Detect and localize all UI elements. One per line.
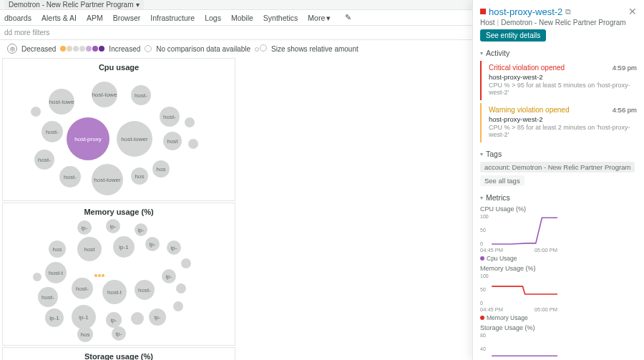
legend-increased: Increased xyxy=(109,45,140,53)
bubble-item[interactable] xyxy=(185,117,195,127)
nav-dashboards[interactable]: dboards xyxy=(4,14,31,22)
bubble-item[interactable]: hos xyxy=(131,167,148,185)
bubble-item[interactable]: host- xyxy=(42,121,63,142)
bubble-item[interactable]: ip- xyxy=(112,326,126,341)
metric-title: Storage Usage (%) xyxy=(480,324,557,331)
activity-section: ▾Activity Critical violation opened4:59 … xyxy=(480,49,637,142)
nav-mobile[interactable]: Mobile xyxy=(231,14,253,22)
edit-icon[interactable]: ✎ xyxy=(345,13,351,22)
section-header[interactable]: ▾Tags xyxy=(480,150,637,158)
tags-section: ▾Tags account: Demotron - New Relic Part… xyxy=(480,150,637,186)
activity-time: 4:59 pm xyxy=(613,64,637,72)
bubble-item-highlight[interactable]: host-proxy xyxy=(67,117,109,160)
bubble-item[interactable]: hos xyxy=(49,240,66,258)
nav-synthetics[interactable]: Synthetics xyxy=(263,14,298,22)
nav-apm[interactable]: APM xyxy=(87,14,103,22)
breadcrumb[interactable]: Demotron - New Relic Partner Program ▾ xyxy=(4,0,144,9)
bubble-item[interactable]: ip- xyxy=(149,308,166,326)
bubble-item[interactable]: host xyxy=(77,237,102,261)
memory-usage-panel[interactable]: Memory usage (%) ip- ip- ip- hos host ip… xyxy=(2,203,235,346)
sparkline-chart: 80400 xyxy=(480,333,557,360)
tag-chip[interactable]: account: Demotron - New Relic Partner Pr… xyxy=(480,162,635,172)
bubble-item[interactable]: host- xyxy=(34,150,54,170)
copy-icon[interactable]: ⧉ xyxy=(565,7,571,16)
bubble-item[interactable]: host-towe xyxy=(49,89,74,115)
bubble-item[interactable]: ip- xyxy=(135,223,147,236)
metric-memory[interactable]: Memory Usage (%) 100500 04:45 PM05:00 PM… xyxy=(480,265,557,321)
metric-storage[interactable]: Storage Usage (%) 80400 04:45 PM05:00 PM xyxy=(480,324,557,360)
bubble-item[interactable]: ip-1 xyxy=(45,308,64,327)
nav-alerts-ai[interactable]: Alerts & AI xyxy=(42,14,77,22)
storage-usage-panel[interactable]: Storage usage (%) hos hos hos ip-1 ip- i… xyxy=(2,347,235,360)
bubble-item[interactable]: ip- xyxy=(162,269,176,283)
activity-entity: host-proxy-west-2 xyxy=(489,73,637,81)
legend-decreased: Decreased xyxy=(21,45,56,53)
bubble-item[interactable]: host- xyxy=(160,107,180,127)
bubble-item[interactable]: ip-1 xyxy=(113,236,135,258)
metric-legend: Memory Usage xyxy=(480,314,557,321)
size-icon xyxy=(255,44,267,53)
side-header: host-proxy-west-2 ⧉ ✕ xyxy=(480,6,637,17)
bubble-item[interactable]: hos xyxy=(77,326,93,342)
bubble-item[interactable]: ip- xyxy=(145,237,160,251)
chevron-down-icon: ▾ xyxy=(480,50,483,57)
bubble-item[interactable]: ip- xyxy=(77,220,92,235)
entity-title[interactable]: host-proxy-west-2 xyxy=(489,6,562,17)
bubble-item[interactable]: ip- xyxy=(167,240,181,255)
close-icon[interactable]: ✕ xyxy=(628,6,637,17)
bubble-plot: ip- ip- ip- hos host ip-1 ip- ip- host-t… xyxy=(6,219,232,341)
bubble-item[interactable]: host xyxy=(163,132,182,150)
bubble-item[interactable]: host- xyxy=(59,166,81,188)
entity-side-panel: host-proxy-west-2 ⧉ ✕ Host|Demotron - Ne… xyxy=(472,0,644,360)
section-header[interactable]: ▾Activity xyxy=(480,49,637,57)
activity-item[interactable]: Warning violation opened4:56 pm host-pro… xyxy=(480,103,637,142)
nav-logs[interactable]: Logs xyxy=(205,14,221,22)
see-all-tags-button[interactable]: See all tags xyxy=(480,175,525,186)
metric-legend: Cpu Usage xyxy=(480,255,557,262)
chevron-down-icon: ▾ xyxy=(480,195,483,201)
bubble-item[interactable] xyxy=(131,312,144,325)
sparkline-chart: 100500 xyxy=(480,273,557,306)
bubble-item[interactable]: ip- xyxy=(106,219,120,233)
status-critical-icon xyxy=(480,9,486,14)
bubble-item[interactable]: host-tower xyxy=(117,121,152,157)
nav-more[interactable]: More ▾ xyxy=(308,14,331,22)
nav-infrastructure[interactable]: Infrastructure xyxy=(150,14,195,22)
bubble-item[interactable] xyxy=(31,107,41,117)
bubble-item[interactable] xyxy=(188,139,198,149)
filter-prompt: dd more filters xyxy=(4,29,49,37)
activity-entity: host-proxy-west-2 xyxy=(489,115,637,123)
bubble-item[interactable]: host- xyxy=(72,278,93,299)
bubble-item[interactable]: host- xyxy=(135,280,155,300)
bubble-item[interactable]: host-t xyxy=(102,280,127,304)
bubble-item[interactable] xyxy=(176,283,186,293)
panel-title: Cpu usage xyxy=(6,63,232,72)
activity-title: Warning violation opened xyxy=(489,106,569,114)
activity-title: Critical violation opened xyxy=(489,64,565,72)
bubble-item[interactable] xyxy=(173,301,183,311)
bubble-item[interactable]: hos xyxy=(152,160,170,177)
cpu-usage-panel[interactable]: Cpu usage host-towe host-towe host- host… xyxy=(2,58,235,201)
activity-time: 4:56 pm xyxy=(613,106,637,114)
bubble-plot: host-towe host-towe host- host- host- ho… xyxy=(6,74,232,196)
see-entity-details-button[interactable]: See entity details xyxy=(480,29,546,42)
nav-browser[interactable]: Browser xyxy=(113,14,141,22)
metrics-section: ▾Metrics CPU Usage (%) 100500 04:45 PM05… xyxy=(480,193,637,360)
bubble-item[interactable]: ip-1 xyxy=(72,305,96,329)
legend-gradient xyxy=(60,46,104,52)
bubble-item[interactable]: host- xyxy=(38,287,58,307)
bubble-item[interactable]: host- xyxy=(131,85,151,105)
bubble-item[interactable]: host-towe xyxy=(92,82,117,107)
bubble-item[interactable] xyxy=(181,258,191,268)
metric-cpu[interactable]: CPU Usage (%) 100500 04:45 PM05:00 PM Cp… xyxy=(480,205,557,262)
bubble-item[interactable]: ip- xyxy=(106,312,122,328)
bubble-item[interactable]: host-tower xyxy=(92,164,123,195)
bubble-item[interactable]: host-t xyxy=(45,262,67,283)
chevron-down-icon: ▾ xyxy=(326,14,331,22)
legend-relative: Size shows relative amount xyxy=(271,45,358,53)
decrease-icon: ◎ xyxy=(7,44,17,54)
section-header[interactable]: ▾Metrics xyxy=(480,193,637,202)
metric-title: Memory Usage (%) xyxy=(480,265,557,272)
bubble-item[interactable] xyxy=(33,273,42,281)
activity-item[interactable]: Critical violation opened4:59 pm host-pr… xyxy=(480,61,637,100)
